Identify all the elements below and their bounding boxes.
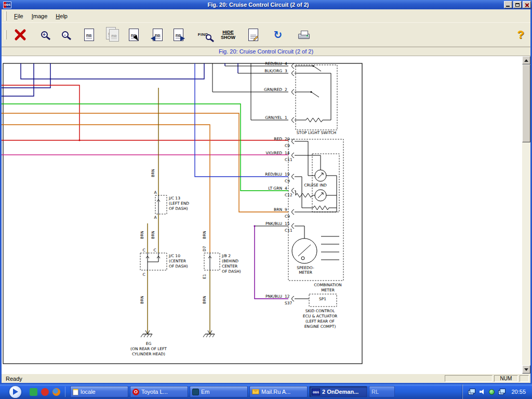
close-figure-button[interactable]: [10, 24, 31, 46]
minimize-button[interactable]: [504, 1, 512, 8]
diagram-viewport[interactable]: RED/BLU4BLK/ORG3GRN/RED2GRN/YEL1RED20C9V…: [2, 56, 530, 374]
figure-pages-button: FIGFIG: [102, 24, 123, 46]
connection-icon[interactable]: [498, 389, 506, 395]
zoom-out-button[interactable]: -: [55, 24, 75, 46]
figure-view-button[interactable]: FIG: [78, 24, 99, 46]
toolbar-buttons: +-FIGFIGFIGFIGFIGFIGFINDHIDESHOW↻: [10, 24, 314, 46]
diagram-label: 2: [285, 87, 287, 92]
diagram-label: SP1: [319, 297, 326, 301]
quick-launch-icon-2[interactable]: [41, 388, 49, 396]
cursor-icon: [133, 35, 141, 44]
diagram-label: PNK/BLU: [265, 221, 282, 226]
diagram-label: COMBINATION: [314, 283, 341, 287]
menu-image[interactable]: Image: [28, 11, 52, 21]
diagram-label: BRN: [140, 296, 144, 304]
find-icon: FIND: [198, 32, 209, 37]
figure-page-icon: FIG: [84, 29, 94, 41]
diagram-label: C12: [285, 193, 292, 197]
figure-caption: Fig. 20: Cruise Control Circuit (2 of 2): [219, 48, 313, 55]
scrollbar-thumb[interactable]: [522, 64, 530, 142]
diagram-label: METER: [321, 288, 335, 292]
wire: [21, 63, 204, 79]
notes-button[interactable]: [243, 24, 263, 46]
menu-bar: File Image Help: [2, 9, 530, 23]
menu-grip[interactable]: [5, 11, 7, 21]
up-arrow-icon: [524, 57, 528, 62]
diagram-label: C: [153, 248, 156, 252]
component-box: [155, 195, 167, 214]
volume-icon[interactable]: [479, 389, 485, 395]
previous-figure-button[interactable]: FIG: [147, 24, 168, 46]
quick-launch-icon-3[interactable]: [52, 388, 60, 396]
menu-file[interactable]: File: [10, 11, 28, 21]
diagram-label: ENGINE COMPT): [304, 324, 336, 329]
restore-button[interactable]: [513, 1, 522, 8]
close-button[interactable]: [523, 1, 531, 8]
toolbar-grip[interactable]: [5, 30, 7, 39]
taskbar-button-rl[interactable]: RL: [369, 386, 395, 397]
zoom-in-button[interactable]: +: [34, 24, 55, 46]
red-x-icon: [14, 28, 27, 42]
diagram-label: 19: [285, 172, 290, 177]
taskbar: localeOToyota L...EmMail.Ru A...ODS2 OnD…: [0, 384, 532, 399]
diagram-label: BRN: [202, 231, 207, 239]
diagram-label: SPEEDO-: [297, 265, 314, 270]
start-button[interactable]: [9, 386, 21, 398]
diagram-label: ECU & ACTUATOR: [303, 314, 338, 318]
wiring-diagram: RED/BLU4BLK/ORG3GRN/RED2GRN/YEL1RED20C9V…: [2, 56, 530, 374]
status-bar: Ready NUM: [2, 374, 530, 383]
diagram-label: S37: [285, 301, 292, 305]
restore-icon: [515, 3, 520, 7]
taskbar-buttons: localeOToyota L...EmMail.Ru A...ODS2 OnD…: [70, 386, 459, 397]
down-arrow-icon: [524, 368, 528, 373]
diagram-label: A: [154, 190, 157, 195]
scroll-down-button[interactable]: [522, 365, 530, 374]
diagram-label: OF DASH): [169, 264, 188, 269]
diagram-label: J/C 10: [168, 254, 180, 258]
taskbar-button-toyota-l[interactable]: OToyota L...: [130, 386, 188, 397]
diagram-label: C11: [285, 228, 292, 233]
diagram-label: RED: [274, 137, 282, 141]
taskbar-button-locale[interactable]: locale: [70, 386, 128, 397]
wire: [313, 66, 321, 71]
junction-dot: [310, 91, 312, 92]
refresh-icon: ↻: [274, 30, 283, 40]
hide-show-button[interactable]: HIDESHOW: [218, 24, 238, 46]
component-box: [204, 253, 220, 270]
figure-select-button[interactable]: FIG: [123, 24, 144, 46]
refresh-button[interactable]: ↻: [268, 24, 288, 46]
wire: [295, 177, 313, 208]
diagram-label: C11: [285, 157, 292, 162]
magnifier-icon: [206, 34, 211, 40]
antivirus-icon[interactable]: [489, 389, 495, 395]
diagram-label: (BEHIND: [222, 259, 238, 263]
app-icon[interactable]: ODS: [3, 2, 11, 8]
diagram-label: (LEFT END: [169, 201, 189, 206]
diagram-label: J/B 2: [221, 254, 231, 258]
taskbar-button-em[interactable]: Em: [190, 386, 248, 397]
menu-help[interactable]: Help: [51, 11, 72, 21]
diagram-label: E1: [202, 274, 207, 279]
connector-symbol: [292, 63, 295, 69]
connector-symbol: [292, 209, 295, 215]
minimize-icon: [506, 6, 510, 7]
print-button[interactable]: [294, 24, 314, 46]
junction-dot: [312, 65, 314, 66]
diagram-label: SKID CONTROL: [305, 309, 335, 313]
taskbar-button-2-ondeman[interactable]: ODS2 OnDeman...: [309, 386, 367, 397]
diagram-label: (CENTER: [169, 259, 186, 263]
taskbar-button-label: Em: [201, 389, 210, 395]
quick-launch-icon-1[interactable]: [30, 388, 37, 396]
vertical-scrollbar[interactable]: [522, 56, 530, 374]
scroll-up-button[interactable]: [522, 56, 530, 64]
status-pane: [445, 375, 493, 382]
wire: [295, 191, 296, 195]
next-figure-button[interactable]: FIG: [168, 24, 189, 46]
find-button[interactable]: FIND: [193, 24, 214, 46]
printer-icon: [298, 34, 310, 39]
taskbar-button-mail-ru-a[interactable]: Mail.Ru A...: [249, 386, 308, 397]
diagram-label: EG: [146, 341, 152, 346]
network-icon[interactable]: [468, 389, 475, 395]
help-button[interactable]: ?: [517, 28, 524, 42]
diagram-label: OF DASH): [222, 269, 241, 274]
